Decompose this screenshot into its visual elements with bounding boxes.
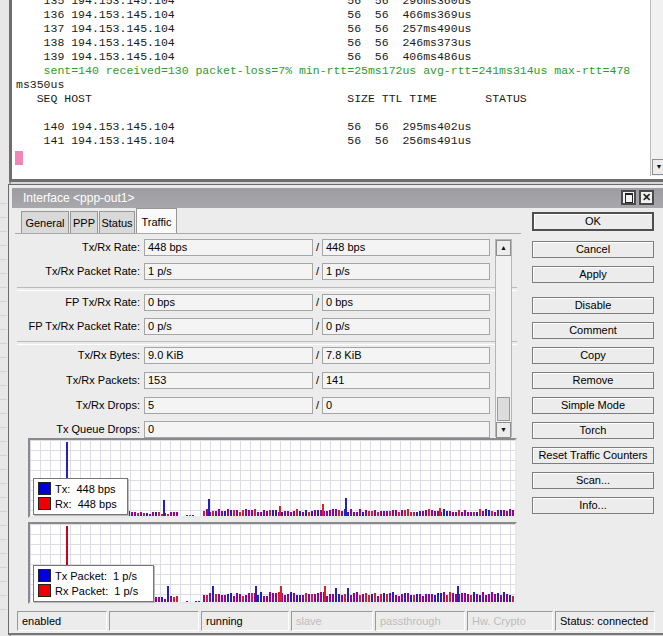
- fields-scrollbar[interactable]: ▲ ▼: [495, 239, 512, 437]
- value-separator: /: [316, 318, 319, 335]
- field-label: Tx/Rx Packets:: [15, 372, 140, 389]
- rx-swatch-icon: [38, 584, 51, 597]
- screen: 135 194.153.145.104 56 56 296ms360us 136…: [0, 0, 663, 636]
- legend-value: 448 bps: [78, 498, 117, 510]
- tab-divider: [15, 233, 521, 234]
- terminal-line: sent=140 received=130 packet-loss=7% min…: [16, 64, 630, 78]
- field-label: FP Tx/Rx Packet Rate:: [15, 318, 140, 335]
- rate-graph: Tx: 448 bpsRx: 448 bps: [28, 438, 517, 518]
- status-cell-running: running: [201, 611, 289, 631]
- terminal-window[interactable]: 135 194.153.145.104 56 56 296ms360us 136…: [9, 0, 663, 182]
- copy-button[interactable]: Copy: [532, 347, 654, 364]
- field-value-tx[interactable]: 0 p/s: [144, 318, 313, 335]
- close-button[interactable]: ✕: [639, 190, 654, 205]
- field-value-rx[interactable]: 0: [322, 397, 490, 414]
- status-cell-passthrough: passthrough: [375, 611, 465, 631]
- value-separator: /: [316, 372, 319, 389]
- dialog-titlebar[interactable]: Interface <ppp-out1> ✕: [12, 188, 663, 208]
- scan-button[interactable]: Scan...: [532, 472, 654, 489]
- value-separator: /: [316, 263, 319, 280]
- tab-ppp[interactable]: PPP: [70, 211, 98, 234]
- field-value-tx[interactable]: 0 bps: [144, 294, 313, 311]
- tab-general[interactable]: General: [21, 211, 69, 234]
- terminal-line: 138 194.153.145.104 56 56 246ms373us: [16, 36, 630, 50]
- terminal-cursor: [15, 151, 23, 165]
- value-separator: /: [316, 294, 319, 311]
- legend-row: Tx: 448 bps: [38, 482, 122, 497]
- tx-swatch-icon: [38, 482, 51, 495]
- field-value-tx[interactable]: 153: [144, 372, 313, 389]
- status-cell-enabled: enabled: [17, 611, 107, 631]
- reset-traffic-counters-button[interactable]: Reset Traffic Counters: [532, 447, 654, 464]
- graph-legend: Tx: 448 bpsRx: 448 bps: [33, 478, 128, 515]
- field-value-tx[interactable]: 0: [144, 421, 490, 438]
- scroll-up-icon[interactable]: ▲: [496, 240, 511, 256]
- field-value-rx[interactable]: 0 p/s: [322, 318, 490, 335]
- field-label: Tx/Rx Bytes:: [15, 347, 140, 364]
- field-label: Tx Queue Drops:: [15, 421, 140, 438]
- remove-button[interactable]: Remove: [532, 372, 654, 389]
- status-cell-empty: [109, 611, 199, 631]
- simple-mode-button[interactable]: Simple Mode: [532, 397, 654, 414]
- legend-label: Rx Packet:: [55, 585, 108, 597]
- terminal-line: [16, 106, 630, 120]
- background-row-lines: [0, 190, 7, 610]
- legend-value: 448 bps: [76, 483, 115, 495]
- terminal-line: 135 194.153.145.104 56 56 296ms360us: [16, 0, 630, 8]
- torch-button[interactable]: Torch: [532, 422, 654, 439]
- terminal-line: SEQ HOST SIZE TTL TIME STATUS: [16, 92, 630, 106]
- group-separator: [17, 341, 517, 345]
- scroll-down-icon[interactable]: ▼: [496, 422, 511, 438]
- field-value-rx[interactable]: 141: [322, 372, 490, 389]
- legend-row: Rx: 448 bps: [38, 497, 122, 512]
- value-separator: /: [316, 239, 319, 256]
- legend-label: Tx:: [55, 483, 70, 495]
- field-value-tx[interactable]: 5: [144, 397, 313, 414]
- field-label: Tx/Rx Rate:: [15, 239, 140, 256]
- legend-row: Tx Packet: 1 p/s: [38, 569, 148, 584]
- legend-value: 1 p/s: [114, 585, 138, 597]
- field-value-rx[interactable]: 1 p/s: [322, 263, 490, 280]
- value-separator: /: [316, 397, 319, 414]
- interface-dialog: Interface <ppp-out1> ✕ GeneralPPPStatusT…: [8, 184, 663, 635]
- maximize-icon: [625, 193, 633, 203]
- field-label: Tx/Rx Drops:: [15, 397, 140, 414]
- field-value-tx[interactable]: 9.0 KiB: [144, 347, 313, 364]
- scroll-down-icon[interactable]: ▼: [652, 159, 663, 175]
- terminal-output: 135 194.153.145.104 56 56 296ms360us 136…: [16, 0, 630, 148]
- scroll-thumb[interactable]: [497, 397, 510, 421]
- rx-swatch-icon: [38, 497, 51, 510]
- status-cell-status-connected: Status: connected: [555, 611, 655, 631]
- field-label: Tx/Rx Packet Rate:: [15, 263, 140, 280]
- terminal-scrollbar[interactable]: ▼: [650, 0, 663, 176]
- apply-button[interactable]: Apply: [532, 266, 654, 283]
- terminal-line: ms350us: [16, 78, 630, 92]
- info-button[interactable]: Info...: [532, 497, 654, 514]
- terminal-line: 139 194.153.145.104 56 56 406ms486us: [16, 50, 630, 64]
- cancel-button[interactable]: Cancel: [532, 241, 654, 258]
- comment-button[interactable]: Comment: [532, 322, 654, 339]
- field-value-rx[interactable]: 448 bps: [322, 239, 490, 256]
- field-label: FP Tx/Rx Rate:: [15, 294, 140, 311]
- field-value-tx[interactable]: 1 p/s: [144, 263, 313, 280]
- field-value-rx[interactable]: 7.8 KiB: [322, 347, 490, 364]
- field-value-rx[interactable]: 0 bps: [322, 294, 490, 311]
- value-separator: /: [316, 347, 319, 364]
- disable-button[interactable]: Disable: [532, 297, 654, 314]
- legend-row: Rx Packet: 1 p/s: [38, 584, 148, 599]
- terminal-line: 137 194.153.145.104 56 56 257ms490us: [16, 22, 630, 36]
- maximize-button[interactable]: [621, 190, 636, 205]
- legend-label: Tx Packet:: [55, 570, 107, 582]
- status-cell-hw-crypto: Hw. Crypto: [467, 611, 553, 631]
- terminal-line: 141 194.153.145.104 56 56 256ms491us: [16, 134, 630, 148]
- ok-button[interactable]: OK: [532, 212, 654, 231]
- close-icon: ✕: [642, 191, 651, 203]
- field-value-tx[interactable]: 448 bps: [144, 239, 313, 256]
- tx-swatch-icon: [38, 569, 51, 582]
- terminal-line: 140 194.153.145.104 56 56 295ms402us: [16, 120, 630, 134]
- legend-value: 1 p/s: [113, 570, 137, 582]
- status-cell-slave: slave: [291, 611, 373, 631]
- terminal-line: 136 194.153.145.104 56 56 466ms369us: [16, 8, 630, 22]
- tab-status[interactable]: Status: [99, 211, 135, 234]
- tab-traffic[interactable]: Traffic: [136, 208, 177, 234]
